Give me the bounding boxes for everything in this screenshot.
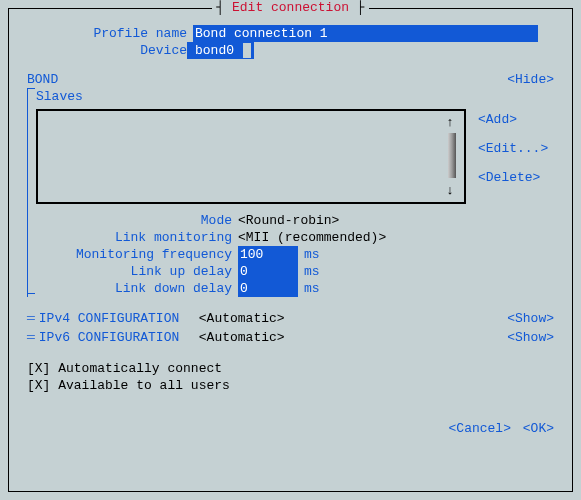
link-down-delay-label: Link down delay — [52, 280, 232, 297]
ipv6-config-select[interactable]: <Automatic> — [199, 329, 399, 346]
monitoring-frequency-label: Monitoring frequency — [52, 246, 232, 263]
hide-button[interactable]: <Hide> — [507, 71, 554, 88]
expand-icon[interactable]: ═ — [27, 329, 35, 346]
expand-icon[interactable]: ═ — [27, 310, 35, 327]
all-users-checkbox[interactable]: [X] Available to all users — [27, 377, 554, 394]
ipv4-config-select[interactable]: <Automatic> — [199, 310, 399, 327]
cancel-button[interactable]: <Cancel> — [449, 421, 511, 436]
title-bar: ┤ Edit connection ├ — [9, 0, 572, 16]
dialog-title: Edit connection — [232, 0, 349, 15]
device-input[interactable]: bond0 — [187, 42, 254, 59]
link-down-delay-input[interactable]: 0 — [238, 280, 298, 297]
delete-button[interactable]: <Delete> — [478, 169, 548, 186]
mode-label: Mode — [52, 212, 232, 229]
ok-button[interactable]: <OK> — [523, 421, 554, 436]
ipv6-config-label: IPv6 CONFIGURATION — [39, 329, 199, 346]
profile-name-label: Profile name — [27, 25, 187, 42]
slaves-label: Slaves — [36, 88, 572, 105]
scroll-up-icon[interactable]: ↑ — [446, 114, 454, 131]
scroll-down-icon[interactable]: ↓ — [446, 182, 454, 199]
link-monitoring-select[interactable]: <MII (recommended)> — [238, 229, 386, 246]
unit-label: ms — [304, 246, 320, 263]
mode-select[interactable]: <Round-robin> — [238, 212, 339, 229]
ipv6-show-button[interactable]: <Show> — [507, 329, 554, 346]
bond-section-label: BOND — [27, 71, 58, 88]
scrollbar-handle[interactable] — [448, 133, 456, 178]
link-up-delay-label: Link up delay — [52, 263, 232, 280]
unit-label: ms — [304, 280, 320, 297]
edit-button[interactable]: <Edit...> — [478, 140, 548, 157]
unit-label: ms — [304, 263, 320, 280]
link-up-delay-input[interactable]: 0 — [238, 263, 298, 280]
link-monitoring-label: Link monitoring — [52, 229, 232, 246]
add-button[interactable]: <Add> — [478, 111, 548, 128]
auto-connect-checkbox[interactable]: [X] Automatically connect — [27, 360, 554, 377]
tree-end-icon — [27, 293, 35, 294]
input-padding — [363, 25, 538, 42]
device-label: Device — [27, 42, 187, 59]
ipv4-show-button[interactable]: <Show> — [507, 310, 554, 327]
profile-name-input[interactable]: Bond connection 1 — [193, 25, 363, 42]
dialog-frame: ┤ Edit connection ├ Profile name Bond co… — [8, 8, 573, 492]
ipv4-config-label: IPv4 CONFIGURATION — [39, 310, 199, 327]
monitoring-frequency-input[interactable]: 100 — [238, 246, 298, 263]
slaves-listbox[interactable]: ↑ ↓ — [36, 109, 466, 204]
